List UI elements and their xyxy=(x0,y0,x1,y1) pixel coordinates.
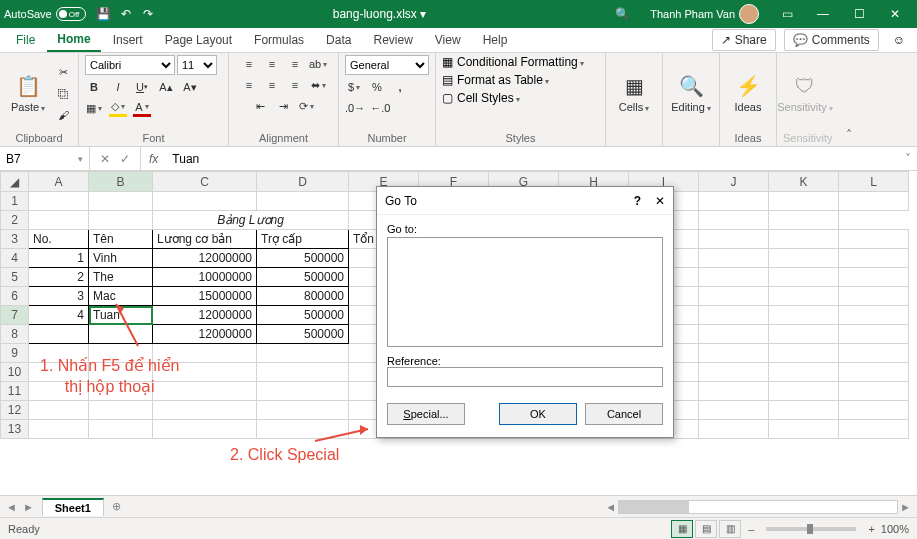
comments-button[interactable]: 💬Comments xyxy=(784,29,879,51)
col-header[interactable]: B xyxy=(89,172,153,192)
format-as-table-button[interactable]: ▤Format as Table xyxy=(442,73,549,87)
tab-page-layout[interactable]: Page Layout xyxy=(155,29,242,51)
prev-sheet-icon[interactable]: ◄ xyxy=(6,501,17,513)
normal-view-icon[interactable]: ▦ xyxy=(671,520,693,538)
scroll-left-icon[interactable]: ◄ xyxy=(605,501,616,513)
data-cell[interactable]: The xyxy=(89,268,153,287)
increase-decimal-icon[interactable]: .0→ xyxy=(345,99,365,117)
align-top-icon[interactable]: ≡ xyxy=(240,55,258,73)
collapse-ribbon-icon[interactable]: ˄ xyxy=(846,128,852,142)
col-header[interactable]: J xyxy=(699,172,769,192)
align-left-icon[interactable]: ≡ xyxy=(240,76,258,94)
comma-icon[interactable]: , xyxy=(391,78,409,96)
close-icon[interactable]: ✕ xyxy=(877,0,913,28)
formula-input[interactable] xyxy=(166,152,899,166)
header-cell[interactable]: Lương cơ bản xyxy=(153,230,257,249)
enter-formula-icon[interactable]: ✓ xyxy=(120,152,130,166)
wrap-text-icon[interactable]: ab xyxy=(309,55,327,73)
merge-icon[interactable]: ⬌ xyxy=(309,76,327,94)
decrease-decimal-icon[interactable]: ←.0 xyxy=(370,99,390,117)
cancel-button[interactable]: Cancel xyxy=(585,403,663,425)
undo-icon[interactable]: ↶ xyxy=(118,6,134,22)
scrollbar-thumb[interactable] xyxy=(619,501,689,513)
data-cell[interactable]: 500000 xyxy=(257,268,349,287)
row-header[interactable]: 8 xyxy=(1,325,29,344)
user-account[interactable]: Thanh Pham Van xyxy=(650,4,759,24)
zoom-in-icon[interactable]: + xyxy=(868,523,874,535)
percent-icon[interactable]: % xyxy=(368,78,386,96)
row-header[interactable]: 11 xyxy=(1,382,29,401)
currency-icon[interactable]: $ xyxy=(345,78,363,96)
row-header[interactable]: 7 xyxy=(1,306,29,325)
reference-input[interactable] xyxy=(387,367,663,387)
share-button[interactable]: ↗Share xyxy=(712,29,776,51)
new-sheet-icon[interactable]: ⊕ xyxy=(112,500,121,513)
data-cell[interactable]: 12000000 xyxy=(153,325,257,344)
zoom-out-icon[interactable]: – xyxy=(748,523,754,535)
row-header[interactable]: 4 xyxy=(1,249,29,268)
ribbon-options-icon[interactable]: ▭ xyxy=(769,0,805,28)
col-header[interactable]: A xyxy=(29,172,89,192)
zoom-level[interactable]: 100% xyxy=(881,523,909,535)
data-cell[interactable]: 1 xyxy=(29,249,89,268)
row-header[interactable]: 9 xyxy=(1,344,29,363)
number-format-select[interactable]: General xyxy=(345,55,429,75)
header-cell[interactable]: Trợ cấp xyxy=(257,230,349,249)
tab-help[interactable]: Help xyxy=(473,29,518,51)
conditional-formatting-button[interactable]: ▦Conditional Formatting xyxy=(442,55,584,69)
page-break-view-icon[interactable]: ▥ xyxy=(719,520,741,538)
editing-button[interactable]: 🔍Editing xyxy=(669,59,713,129)
redo-icon[interactable]: ↷ xyxy=(140,6,156,22)
row-header[interactable]: 2 xyxy=(1,211,29,230)
table-title[interactable]: Bảng Lương xyxy=(153,211,349,230)
horizontal-scrollbar[interactable] xyxy=(618,500,898,514)
row-header[interactable]: 10 xyxy=(1,363,29,382)
format-painter-icon[interactable]: 🖌 xyxy=(54,106,72,124)
page-layout-view-icon[interactable]: ▤ xyxy=(695,520,717,538)
col-header[interactable]: L xyxy=(839,172,909,192)
scroll-right-icon[interactable]: ► xyxy=(900,501,911,513)
underline-button[interactable]: U▾ xyxy=(133,78,151,96)
borders-icon[interactable]: ▦ xyxy=(85,99,103,117)
data-cell[interactable]: 10000000 xyxy=(153,268,257,287)
data-cell[interactable]: Mac xyxy=(89,287,153,306)
search-icon[interactable]: 🔍 xyxy=(615,7,630,21)
cell-styles-button[interactable]: ▢Cell Styles xyxy=(442,91,520,105)
data-cell[interactable]: 2 xyxy=(29,268,89,287)
tab-review[interactable]: Review xyxy=(363,29,422,51)
data-cell[interactable]: 500000 xyxy=(257,306,349,325)
row-header[interactable]: 12 xyxy=(1,401,29,420)
ideas-button[interactable]: ⚡Ideas xyxy=(726,59,770,129)
tab-view[interactable]: View xyxy=(425,29,471,51)
col-header[interactable]: D xyxy=(257,172,349,192)
font-size-select[interactable]: 11 xyxy=(177,55,217,75)
data-cell[interactable] xyxy=(29,325,89,344)
goto-listbox[interactable] xyxy=(387,237,663,347)
header-cell[interactable]: Tên xyxy=(89,230,153,249)
increase-indent-icon[interactable]: ⇥ xyxy=(275,97,293,115)
data-cell[interactable]: Vinh xyxy=(89,249,153,268)
align-center-icon[interactable]: ≡ xyxy=(263,76,281,94)
sheet-tab[interactable]: Sheet1 xyxy=(42,498,104,516)
row-header[interactable]: 5 xyxy=(1,268,29,287)
expand-formula-icon[interactable]: ˅ xyxy=(899,152,917,166)
cell-reference-input[interactable] xyxy=(6,152,78,166)
name-box[interactable]: ▾ xyxy=(0,147,90,170)
data-cell[interactable]: 12000000 xyxy=(153,249,257,268)
fill-color-icon[interactable]: ◇ xyxy=(109,99,127,117)
fx-icon[interactable]: fx xyxy=(141,152,166,166)
cells-button[interactable]: ▦Cells xyxy=(612,59,656,129)
data-cell[interactable]: 4 xyxy=(29,306,89,325)
maximize-icon[interactable]: ☐ xyxy=(841,0,877,28)
data-cell[interactable] xyxy=(89,325,153,344)
row-header[interactable]: 6 xyxy=(1,287,29,306)
cancel-formula-icon[interactable]: ✕ xyxy=(100,152,110,166)
next-sheet-icon[interactable]: ► xyxy=(23,501,34,513)
data-cell[interactable]: 3 xyxy=(29,287,89,306)
minimize-icon[interactable]: — xyxy=(805,0,841,28)
special-button[interactable]: SSpecial...pecial... xyxy=(387,403,465,425)
align-middle-icon[interactable]: ≡ xyxy=(263,55,281,73)
font-color-icon[interactable]: A xyxy=(133,99,151,117)
copy-icon[interactable]: ⿻ xyxy=(54,85,72,103)
tab-file[interactable]: File xyxy=(6,29,45,51)
